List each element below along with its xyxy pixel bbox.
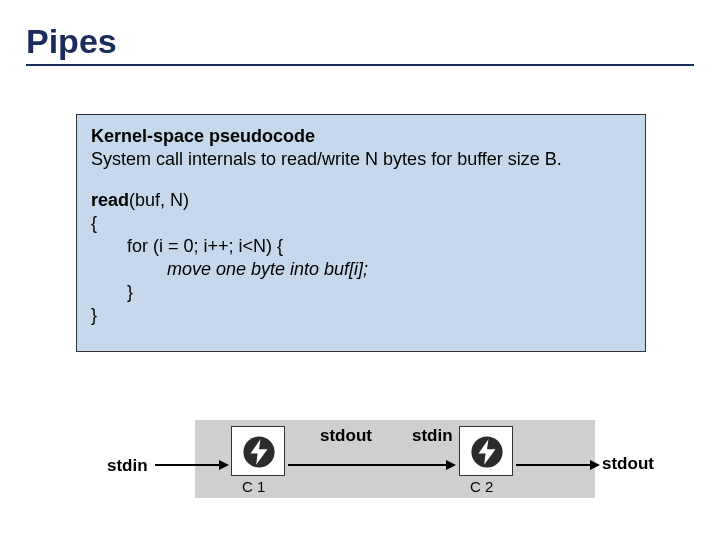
label-stdin-mid: stdin [412,426,453,446]
code-fn-params: (buf, N) [129,190,189,210]
codebox-header-bold: Kernel-space pseudocode [91,126,315,146]
arrow-c1-to-c2 [288,464,448,466]
code-fn-sig: read(buf, N) [91,189,631,212]
code-move-line: move one byte into buf[i]; [91,258,631,281]
blank-line [91,171,631,189]
codebox-header: Kernel-space pseudocode [91,125,631,148]
codebox-subheader: System call internals to read/write N by… [91,148,631,171]
bolt-icon [242,435,276,469]
label-stdout-mid: stdout [320,426,372,446]
title-underline [26,64,694,66]
process-c2-label: C 2 [470,478,493,495]
code-fn-name: read [91,190,129,210]
arrow-c2-to-stdout [516,464,592,466]
arrowhead-icon [219,460,229,470]
arrowhead-icon [590,460,600,470]
label-stdin-left: stdin [107,456,148,476]
label-stdout-right: stdout [602,454,654,474]
process-c1-box [231,426,285,476]
code-for-line: for (i = 0; i++; i<N) { [91,235,631,258]
pseudocode-box: Kernel-space pseudocode System call inte… [76,114,646,352]
arrowhead-icon [446,460,456,470]
process-c2-box [459,426,513,476]
process-c1-label: C 1 [242,478,265,495]
bolt-icon [470,435,504,469]
pipe-diagram: C 1 C 2 [195,420,595,498]
code-brace-open: { [91,212,631,235]
slide-title: Pipes [26,22,117,61]
code-brace-close: } [91,304,631,327]
arrow-stdin-to-c1 [155,464,221,466]
code-inner-brace-close: } [91,281,631,304]
